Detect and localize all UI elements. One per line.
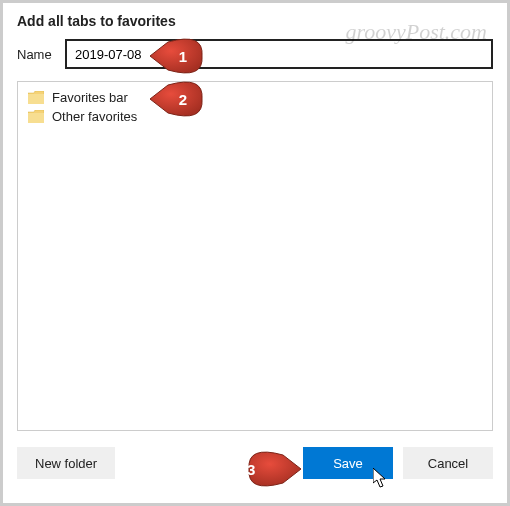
save-button[interactable]: Save bbox=[303, 447, 393, 479]
new-folder-button[interactable]: New folder bbox=[17, 447, 115, 479]
folder-icon bbox=[28, 110, 44, 123]
dialog-title: Add all tabs to favorites bbox=[17, 13, 493, 29]
folder-list[interactable]: Favorites bar Other favorites bbox=[17, 81, 493, 431]
folder-item-favorites-bar[interactable]: Favorites bar bbox=[22, 88, 488, 107]
name-row: Name bbox=[17, 39, 493, 69]
folder-label: Favorites bar bbox=[52, 90, 128, 105]
cancel-button[interactable]: Cancel bbox=[403, 447, 493, 479]
folder-item-other-favorites[interactable]: Other favorites bbox=[22, 107, 488, 126]
name-label: Name bbox=[17, 47, 65, 62]
folder-icon bbox=[28, 91, 44, 104]
folder-label: Other favorites bbox=[52, 109, 137, 124]
dialog: groovyPost.com Add all tabs to favorites… bbox=[0, 0, 510, 506]
name-input[interactable] bbox=[65, 39, 493, 69]
button-row: New folder Save Cancel bbox=[17, 447, 493, 479]
